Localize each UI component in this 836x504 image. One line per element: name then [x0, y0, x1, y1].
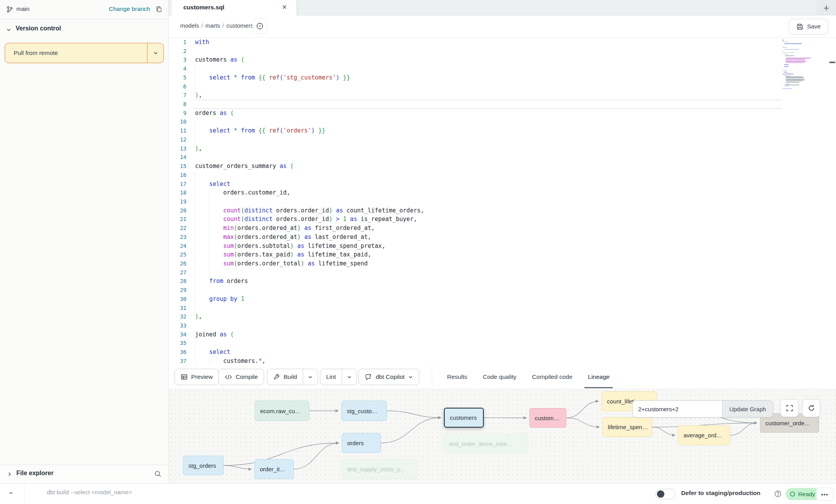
- lineage-node-customers[interactable]: customers: [444, 408, 484, 428]
- file-explorer-header[interactable]: File explorer: [0, 465, 168, 483]
- lint-dropdown-toggle[interactable]: [342, 369, 357, 385]
- minimap[interactable]: [782, 40, 829, 126]
- code-line[interactable]: 36 select: [169, 348, 836, 357]
- preview-button[interactable]: Preview: [174, 369, 219, 385]
- code-line[interactable]: 2: [169, 47, 836, 56]
- tab-code-quality[interactable]: Code quality: [483, 366, 517, 388]
- lineage-node-stg_customers[interactable]: stg_custo…: [341, 401, 387, 421]
- code-text: select: [195, 180, 230, 189]
- expand-command-bar-icon[interactable]: [8, 490, 14, 496]
- code-line[interactable]: 20 count(distinct orders.order_id) as co…: [169, 206, 836, 215]
- minimap-line: [782, 74, 794, 74]
- version-control-header[interactable]: Version control: [0, 23, 168, 37]
- close-icon[interactable]: ✕: [282, 4, 287, 11]
- defer-toggle[interactable]: [655, 489, 676, 499]
- lineage-node-ecom_raw[interactable]: ecom.raw_cu…: [255, 401, 309, 421]
- lineage-node-customers_pink[interactable]: custom…: [529, 408, 566, 428]
- code-line[interactable]: 31: [169, 304, 836, 313]
- code-line[interactable]: 16: [169, 171, 836, 180]
- lineage-node-average_order[interactable]: average_ord…: [678, 425, 730, 445]
- pull-dropdown-toggle[interactable]: [147, 43, 163, 63]
- code-line[interactable]: 13),: [169, 144, 836, 153]
- code-line[interactable]: 29: [169, 286, 836, 295]
- tab-title: customers.sql: [183, 4, 224, 11]
- code-line[interactable]: 6: [169, 82, 836, 91]
- fullscreen-button[interactable]: [780, 399, 799, 417]
- lineage-node-test_supply[interactable]: test_supply_costs_s…: [342, 459, 417, 479]
- lineage-edge: [566, 418, 600, 427]
- code-line[interactable]: 28 from orders: [169, 277, 836, 286]
- code-line[interactable]: 19: [169, 197, 836, 206]
- save-button[interactable]: Save: [789, 19, 828, 34]
- lineage-node-order_items[interactable]: order_it…: [254, 459, 294, 479]
- code-line[interactable]: 25 sum(orders.tax_paid) as lifetime_tax_…: [169, 250, 836, 259]
- code-line[interactable]: 10: [169, 117, 836, 126]
- code-line[interactable]: 7),: [169, 91, 836, 100]
- line-number: 23: [169, 233, 186, 242]
- overview-ruler-mark[interactable]: [829, 62, 835, 63]
- breadcrumb-item[interactable]: marts: [206, 22, 220, 29]
- code-line[interactable]: 27: [169, 268, 836, 277]
- pull-from-remote-button[interactable]: Pull from remote: [5, 43, 164, 63]
- code-line[interactable]: 34joined as (: [169, 330, 836, 339]
- code-line[interactable]: 26 sum(orders.order_total) as lifetime_s…: [169, 259, 836, 268]
- code-line[interactable]: 1with: [169, 38, 836, 47]
- lineage-node-test_order_items[interactable]: test_order_items_com…: [444, 434, 528, 453]
- minimap-line: [786, 76, 803, 77]
- lineage-selector-input[interactable]: [633, 401, 722, 417]
- editor-tab[interactable]: customers.sql ✕: [172, 0, 296, 16]
- code-line[interactable]: 11 select * from {{ ref('orders') }}: [169, 126, 836, 135]
- change-branch-link[interactable]: Change branch: [109, 5, 150, 12]
- code-line[interactable]: 12: [169, 135, 836, 144]
- code-line[interactable]: 30 group by 1: [169, 295, 836, 304]
- code-line[interactable]: 17 select: [169, 180, 836, 189]
- status-badge[interactable]: Ready: [786, 488, 820, 500]
- tab-lineage[interactable]: Lineage: [588, 366, 609, 388]
- build-button[interactable]: Build: [267, 369, 318, 385]
- code-line[interactable]: 8: [169, 100, 836, 109]
- ready-label: Ready: [798, 491, 815, 497]
- lineage-node-orders[interactable]: orders: [342, 433, 381, 453]
- update-graph-button[interactable]: Update Graph: [722, 401, 773, 417]
- lineage-edge: [387, 411, 441, 418]
- code-line[interactable]: 33: [169, 321, 836, 330]
- code-line[interactable]: 14: [169, 153, 836, 162]
- code-line[interactable]: 5 select * from {{ ref('stg_customers') …: [169, 73, 836, 82]
- minimap-line: [786, 81, 802, 82]
- compile-button[interactable]: Compile: [218, 369, 264, 385]
- line-number: 33: [169, 321, 186, 330]
- breadcrumb-item[interactable]: models: [180, 22, 199, 29]
- copy-icon[interactable]: [155, 5, 163, 13]
- help-icon[interactable]: [774, 490, 782, 498]
- code-line[interactable]: 37 customers.*,: [169, 357, 836, 366]
- editor-toolbar: Preview Compile: [169, 366, 836, 388]
- lineage-node-stg_orders[interactable]: stg_orders: [183, 456, 224, 475]
- minimap-line: [786, 59, 805, 60]
- tab-results[interactable]: Results: [447, 366, 467, 388]
- code-line[interactable]: 3customers as (: [169, 55, 836, 64]
- code-line[interactable]: 32),: [169, 312, 836, 321]
- code-line[interactable]: 18 orders.customer_id,: [169, 188, 836, 197]
- copilot-button[interactable]: dbt Copilot: [359, 369, 419, 385]
- more-options-button[interactable]: •••: [816, 488, 833, 501]
- indent-guide: [209, 197, 209, 206]
- lint-button[interactable]: Lint: [320, 369, 357, 385]
- code-line[interactable]: 21 count(distinct orders.order_id) > 1 a…: [169, 215, 836, 224]
- refresh-button[interactable]: [802, 399, 820, 417]
- code-line[interactable]: 22 min(orders.ordered_at) as first_order…: [169, 224, 836, 233]
- code-line[interactable]: 35: [169, 339, 836, 348]
- new-tab-button[interactable]: +: [816, 0, 836, 16]
- code-editor[interactable]: 1with23customers as (45 select * from {{…: [169, 38, 836, 366]
- copilot-compass-icon[interactable]: [252, 19, 267, 34]
- code-line[interactable]: 24 sum(orders.subtotal) as lifetime_spen…: [169, 242, 836, 251]
- build-dropdown-toggle[interactable]: [303, 369, 318, 385]
- code-line[interactable]: 4: [169, 64, 836, 73]
- search-icon[interactable]: [154, 470, 162, 478]
- code-line[interactable]: 15customer_orders_summary as (: [169, 162, 836, 171]
- code-line[interactable]: 9orders as (: [169, 109, 836, 118]
- command-input[interactable]: [47, 489, 398, 495]
- code-line[interactable]: 23 max(orders.ordered_at) as last_ordere…: [169, 233, 836, 242]
- tab-compiled-code[interactable]: Compiled code: [532, 366, 572, 388]
- lineage-node-lifetime_spend[interactable]: lifetime_spen…: [602, 417, 652, 437]
- line-number: 3: [169, 55, 186, 64]
